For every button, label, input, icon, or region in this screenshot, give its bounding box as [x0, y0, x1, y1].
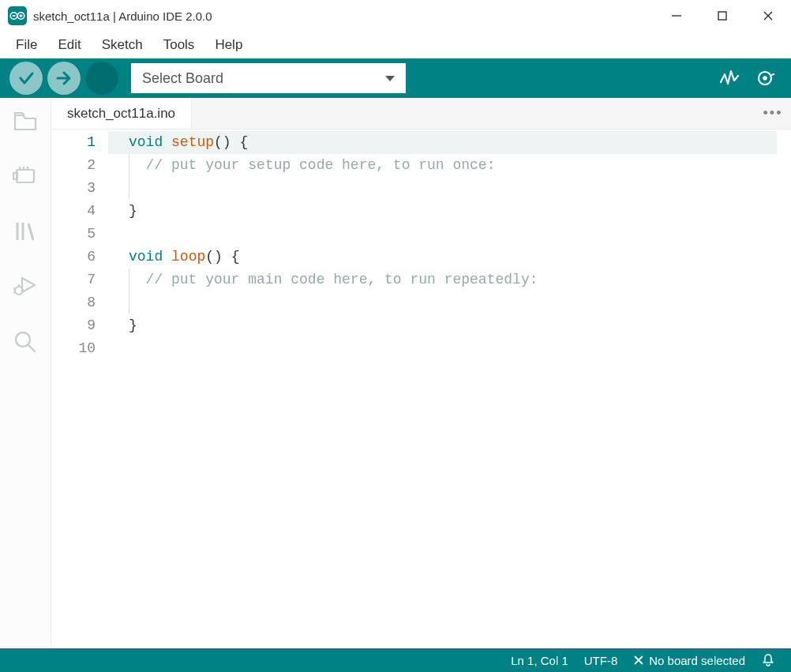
- svg-rect-6: [718, 12, 726, 20]
- window-title: sketch_oct11a | Arduino IDE 2.0.0: [33, 9, 212, 23]
- serial-plotter-button[interactable]: [714, 62, 745, 94]
- tab-bar: sketch_oct11a.ino •••: [51, 98, 791, 130]
- svg-point-16: [763, 76, 767, 81]
- upload-button[interactable]: [47, 62, 81, 95]
- line-number: 3: [51, 177, 96, 200]
- code-line[interactable]: // put your main code here, to run repea…: [122, 268, 791, 291]
- titlebar: sketch_oct11a | Arduino IDE 2.0.0: [0, 0, 791, 32]
- svg-line-14: [94, 82, 96, 83]
- activity-bar: [0, 98, 51, 648]
- line-number: 5: [51, 223, 96, 246]
- debug-button[interactable]: [85, 62, 118, 95]
- menu-help[interactable]: Help: [205, 34, 252, 56]
- x-icon: [633, 655, 644, 666]
- sidebar-item-explorer[interactable]: [10, 106, 40, 136]
- tab-label: sketch_oct11a.ino: [67, 106, 175, 122]
- sidebar-item-library[interactable]: [10, 216, 40, 246]
- chevron-down-icon: [385, 76, 395, 81]
- status-board-label: No board selected: [649, 654, 745, 667]
- code-line[interactable]: void setup() {: [108, 131, 777, 154]
- code-line[interactable]: [122, 337, 791, 360]
- board-selector[interactable]: Select Board: [131, 63, 406, 93]
- svg-line-26: [28, 223, 33, 240]
- svg-line-30: [13, 288, 16, 289]
- line-number: 8: [51, 291, 96, 314]
- board-selector-label: Select Board: [142, 70, 223, 87]
- line-number: 9: [51, 314, 96, 337]
- status-board[interactable]: No board selected: [625, 654, 753, 667]
- status-notifications[interactable]: [753, 653, 783, 667]
- tab-active-file[interactable]: sketch_oct11a.ino: [51, 98, 192, 129]
- bell-icon: [761, 653, 775, 667]
- maximize-button[interactable]: [699, 0, 745, 32]
- toolbar: Select Board: [0, 58, 791, 98]
- svg-rect-19: [17, 170, 34, 182]
- code-line[interactable]: // put your setup code here, to run once…: [122, 154, 791, 177]
- tab-overflow-button[interactable]: •••: [755, 98, 791, 129]
- sidebar-item-debug[interactable]: [10, 272, 40, 302]
- svg-line-33: [28, 345, 35, 351]
- code-line[interactable]: [122, 291, 791, 314]
- line-number: 4: [51, 200, 96, 223]
- menu-file[interactable]: File: [6, 34, 47, 56]
- line-number: 7: [51, 268, 96, 291]
- code-line[interactable]: void loop() {: [122, 246, 791, 268]
- menu-tools[interactable]: Tools: [154, 34, 204, 56]
- status-bar: Ln 1, Col 1 UTF-8 No board selected: [0, 648, 791, 672]
- close-button[interactable]: [745, 0, 791, 32]
- code-line[interactable]: }: [122, 200, 791, 223]
- window-controls: [654, 0, 791, 32]
- code-content[interactable]: void setup() { // put your setup code he…: [114, 131, 791, 648]
- svg-rect-23: [13, 173, 17, 179]
- line-number: 2: [51, 154, 96, 177]
- main-area: sketch_oct11a.ino ••• 12345678910 void s…: [0, 98, 791, 648]
- svg-marker-27: [22, 278, 35, 292]
- code-line[interactable]: }: [122, 314, 791, 337]
- line-number-gutter: 12345678910: [51, 131, 114, 648]
- code-editor[interactable]: 12345678910 void setup() { // put your s…: [51, 130, 791, 648]
- svg-line-13: [94, 80, 96, 81]
- status-cursor[interactable]: Ln 1, Col 1: [503, 654, 576, 667]
- line-number: 6: [51, 246, 96, 268]
- serial-monitor-button[interactable]: [750, 62, 782, 94]
- sidebar-item-board-manager[interactable]: [10, 161, 40, 191]
- menu-sketch[interactable]: Sketch: [92, 34, 152, 56]
- verify-button[interactable]: [9, 62, 43, 95]
- minimize-button[interactable]: [654, 0, 699, 32]
- status-encoding[interactable]: UTF-8: [576, 654, 626, 667]
- editor-area: sketch_oct11a.ino ••• 12345678910 void s…: [51, 98, 791, 648]
- arduino-app-icon: [8, 6, 27, 25]
- line-number: 1: [51, 131, 96, 154]
- line-number: 10: [51, 337, 96, 360]
- sidebar-item-search[interactable]: [10, 327, 40, 357]
- code-line[interactable]: [122, 223, 791, 246]
- svg-line-31: [13, 292, 16, 293]
- menu-edit[interactable]: Edit: [48, 34, 90, 56]
- code-line[interactable]: [122, 177, 791, 200]
- menubar: File Edit Sketch Tools Help: [0, 32, 791, 58]
